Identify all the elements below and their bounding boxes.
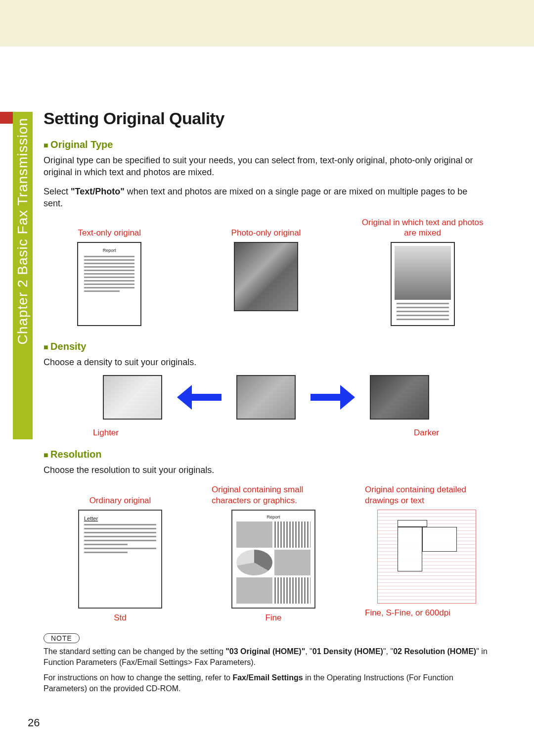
heading-original-type: Original Type (44, 139, 489, 150)
caption-small-chars: Original containing small characters or … (212, 483, 335, 506)
type-col-mixed: Original in which text and photos are mi… (356, 216, 489, 326)
content-area: Setting Original Quality Original Type O… (44, 109, 489, 699)
type-col-text: Text-only original Report (44, 216, 176, 326)
thumb-title: Report (84, 248, 134, 253)
density-paragraph: Choose a density to suit your originals. (44, 356, 489, 368)
heading-density: Density (44, 341, 489, 352)
density-labels: Lighter Darker (88, 424, 444, 438)
caption-detailed: Original containing detailed drawings or… (365, 483, 489, 506)
thumb-std: Letter (78, 510, 162, 609)
report-label: Report (236, 515, 311, 520)
note-line-2: For instructions on how to change the se… (44, 672, 489, 694)
resolution-row: Ordinary original Letter Std Original co… (58, 483, 489, 623)
caption-mixed: Original in which text and photos are mi… (356, 216, 489, 238)
thumb-sfine (377, 510, 476, 604)
heading-resolution: Resolution (44, 449, 489, 460)
chapter-label: Chapter 2 Basic Fax Transmission (15, 118, 31, 344)
res-col-fine: Original containing small characters or … (212, 483, 335, 623)
label-fine: Fine (212, 613, 335, 623)
label-darker: Darker (414, 427, 439, 438)
res-col-std: Ordinary original Letter Std (58, 483, 182, 623)
thumb-photo-only (234, 242, 298, 311)
chapter-side-tab: Chapter 2 Basic Fax Transmission (13, 112, 33, 439)
note-line-1: The standard setting can be changed by t… (44, 646, 489, 667)
page-number: 26 (28, 716, 40, 729)
density-sample-light (103, 375, 162, 420)
thumb-text-only: Report (77, 242, 141, 326)
density-row (44, 375, 489, 420)
note-badge: NOTE (44, 633, 80, 643)
thumb-mixed (391, 242, 455, 326)
type-col-photo: Photo-only original (200, 216, 332, 326)
res-col-sfine: Original containing detailed drawings or… (365, 483, 489, 623)
page-title: Setting Original Quality (44, 109, 489, 128)
resolution-paragraph: Choose the resolution to suit your origi… (44, 464, 489, 476)
arrow-left-icon (177, 385, 222, 410)
arrow-right-icon (311, 385, 355, 410)
letter-label: Letter (84, 516, 156, 521)
type-paragraph-2: Select "Text/Photo" when text and photos… (44, 186, 489, 210)
type-paragraph-1: Original type can be specified to suit y… (44, 154, 489, 179)
label-std: Std (58, 613, 182, 623)
density-sample-dark (370, 375, 429, 420)
page: Chapter 2 Basic Fax Transmission Setting… (0, 47, 534, 756)
label-sfine: Fine, S-Fine, or 600dpi (365, 608, 489, 618)
caption-photo-only: Photo-only original (200, 216, 332, 238)
label-lighter: Lighter (93, 427, 119, 438)
original-type-row: Text-only original Report Photo-only ori… (44, 216, 489, 326)
caption-ordinary: Ordinary original (58, 483, 182, 506)
thumb-fine: Report (231, 510, 315, 609)
note-block: NOTE The standard setting can be changed… (44, 633, 489, 694)
density-sample-normal (236, 375, 296, 420)
caption-text-only: Text-only original (44, 216, 176, 238)
